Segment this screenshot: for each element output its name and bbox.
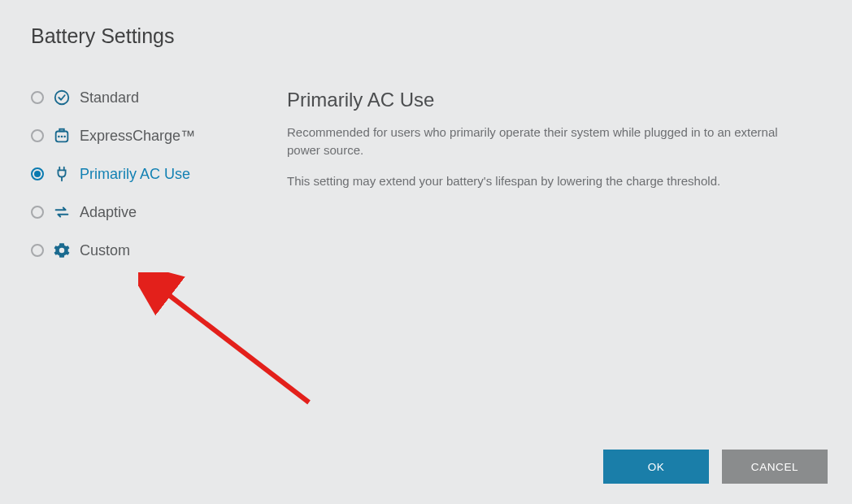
- svg-rect-2: [59, 129, 64, 132]
- option-label: Custom: [80, 242, 130, 259]
- radio-icon: [31, 206, 44, 219]
- plug-icon: [53, 165, 71, 183]
- option-label: Primarily AC Use: [80, 166, 190, 183]
- page-title: Battery Settings: [31, 24, 821, 48]
- option-expresscharge[interactable]: ExpressCharge™: [31, 127, 267, 145]
- option-standard[interactable]: Standard: [31, 89, 267, 106]
- dialog-footer: OK CANCEL: [603, 450, 828, 484]
- ok-button[interactable]: OK: [603, 450, 709, 484]
- svg-point-4: [58, 136, 60, 138]
- radio-icon: [31, 91, 44, 104]
- detail-description: Recommended for users who primarily oper…: [287, 124, 807, 159]
- detail-note: This setting may extend your battery's l…: [287, 172, 807, 190]
- detail-title: Primarily AC Use: [287, 89, 821, 111]
- stopwatch-icon: [53, 127, 71, 145]
- sync-icon: [53, 203, 71, 221]
- svg-point-0: [55, 91, 69, 105]
- check-circle-icon: [53, 89, 71, 106]
- option-label: ExpressCharge™: [80, 128, 195, 145]
- radio-icon: [31, 244, 44, 257]
- svg-point-5: [63, 136, 66, 138]
- detail-panel: Primarily AC Use Recommended for users w…: [267, 89, 821, 480]
- gear-icon: [53, 241, 71, 259]
- radio-icon: [31, 129, 44, 142]
- option-label: Adaptive: [80, 204, 137, 221]
- options-sidebar: Standard ExpressCharge™: [31, 89, 267, 480]
- option-adaptive[interactable]: Adaptive: [31, 203, 267, 221]
- cancel-button[interactable]: CANCEL: [722, 450, 828, 484]
- svg-point-3: [61, 136, 63, 138]
- radio-icon: [31, 167, 44, 180]
- option-custom[interactable]: Custom: [31, 241, 267, 259]
- option-label: Standard: [80, 89, 139, 106]
- option-primarily-ac[interactable]: Primarily AC Use: [31, 165, 267, 183]
